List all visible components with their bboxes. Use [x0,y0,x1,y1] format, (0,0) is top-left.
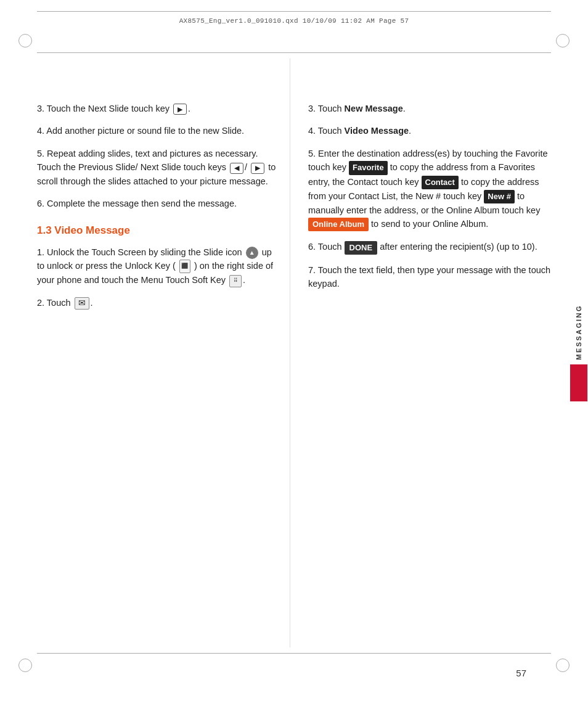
right-item-6: 6. Touch DONE after entering the recipie… [308,240,551,254]
new-hash-button[interactable]: New # [484,190,515,203]
left-item-4: 4. Add another picture or sound file to … [37,124,277,138]
menu-icon: ⠿ [229,275,242,287]
header-bar: AX8575_Eng_ver1.0_091010.qxd 10/10/09 11… [37,11,551,30]
content-area: 3. Touch the Next Slide touch key ▶. 4. … [37,59,551,647]
right-item-5: 5. Enter the destination address(es) by … [308,147,551,232]
section-item-1-number: 1. [37,247,44,257]
done-button[interactable]: DONE [345,241,378,255]
up-arrow-icon: ▲ [246,247,258,259]
online-album-button[interactable]: Online Album [308,218,369,231]
section-heading: 1.3 Video Message [37,224,277,237]
left-column: 3. Touch the Next Slide touch key ▶. 4. … [37,59,290,647]
item-4-number: 4. [37,126,44,136]
item-5-number: 5. [37,149,44,158]
right-column: 3. Touch New Message. 4. Touch Video Mes… [290,59,551,647]
item-6-number: 6. [37,199,44,208]
left-item-6: 6. Complete the message then send the me… [37,197,277,210]
left-item-5: 5. Repeat adding slides, text and pictur… [37,147,277,188]
prev-slide-icon: ◀ [230,163,243,174]
next-slide-icon: ▶ [173,104,187,115]
messaging-icon: ✉ [75,297,89,310]
favorite-button[interactable]: Favorite [349,161,388,174]
reg-mark-bl [18,659,32,672]
item-3-number: 3. [37,104,44,113]
contact-button[interactable]: Contact [422,176,459,189]
header-text: AX8575_Eng_ver1.0_091010.qxd 10/10/09 11… [179,17,409,25]
messaging-label: MESSAGING [575,305,582,360]
right-item-7-number: 7. [308,265,316,275]
right-item-4: 4. Touch Video Message. [308,124,551,138]
h-rule-top [37,52,551,53]
section-heading-text: 1.3 Video Message [37,224,130,236]
new-message-label: New Message [345,104,403,113]
reg-mark-tl [18,34,32,47]
reg-mark-br [556,659,570,672]
right-item-4-number: 4. [308,126,316,136]
right-item-7: 7. Touch the text field, then type your … [308,263,551,291]
section-item-1: 1. Unlock the Touch Screen by sliding th… [37,245,277,287]
section-item-2-number: 2. Touch [37,298,71,308]
right-item-3: 3. Touch New Message. [308,102,551,115]
messaging-sidebar: MESSAGING [570,59,588,647]
left-item-3: 3. Touch the Next Slide touch key ▶. [37,102,277,115]
video-message-label: Video Message [345,126,409,136]
messaging-accent-bar [570,364,587,401]
right-item-5-number: 5. [308,149,316,158]
page-number: 57 [516,668,526,678]
key-icon: ⬛ [179,260,190,273]
reg-mark-tr [556,34,570,47]
section-item-2: 2. Touch ✉. [37,296,277,310]
right-item-6-number: 6. [308,242,316,252]
next-slide-icon-2: ▶ [251,163,264,174]
right-item-3-number: 3. [308,104,316,113]
h-rule-bottom [37,653,551,654]
